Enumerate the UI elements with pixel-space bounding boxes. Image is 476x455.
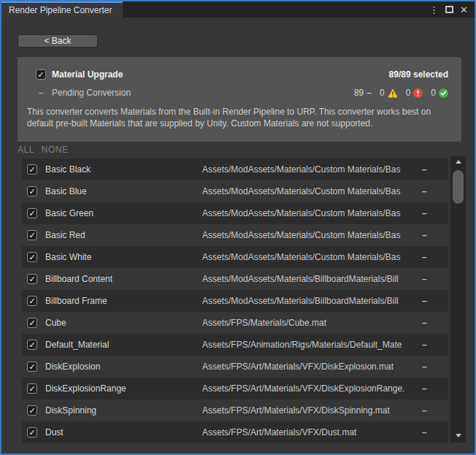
row-checkbox[interactable]: ✓ — [27, 274, 37, 284]
converter-checkbox[interactable]: ✓ — [36, 69, 46, 80]
material-path: Assets/ModAssets/Materials/BillboardMate… — [202, 274, 420, 284]
maximize-icon[interactable] — [445, 6, 453, 13]
row-status-dash-icon: – — [422, 186, 427, 196]
row-checkbox[interactable]: ✓ — [27, 383, 37, 394]
material-row[interactable]: ✓ Default_Material Assets/FPS/Animation/… — [22, 334, 448, 356]
row-checkbox[interactable]: ✓ — [27, 427, 37, 437]
material-row[interactable]: ✓ Dust Assets/FPS/Art/Materials/VFX/Dust… — [22, 421, 448, 443]
row-checkbox[interactable]: ✓ — [27, 208, 37, 218]
material-name: DiskSpinning — [45, 405, 96, 416]
material-path: Assets/ModAssets/Materials/Custom Materi… — [202, 164, 420, 175]
material-path: Assets/ModAssets/Materials/Custom Materi… — [202, 230, 420, 240]
close-icon[interactable]: ✕ — [460, 5, 468, 15]
checkmark-icon: ✓ — [28, 188, 35, 196]
material-row[interactable]: ✓ Basic Red Assets/ModAssets/Materials/C… — [22, 224, 448, 246]
error-count: 0 — [406, 88, 411, 98]
kebab-menu-icon[interactable]: ⋮ — [429, 5, 439, 15]
checkmark-icon: ✓ — [28, 166, 35, 174]
checkmark-icon: ✓ — [37, 71, 44, 79]
row-status-dash-icon: – — [422, 208, 427, 218]
material-row[interactable]: ✓ DiskExplosion Assets/FPS/Art/Materials… — [22, 356, 448, 378]
row-checkbox[interactable]: ✓ — [27, 318, 37, 328]
titlebar: Render Pipeline Converter ⋮ ✕ — [1, 1, 475, 18]
material-row[interactable]: ✓ Basic Green Assets/ModAssets/Materials… — [22, 202, 448, 224]
checkmark-icon: ✓ — [28, 297, 35, 305]
pending-dash-icon: – — [366, 88, 372, 98]
material-path: Assets/FPS/Animation/Rigs/Materials/Defa… — [202, 340, 420, 350]
material-row[interactable]: ✓ DiskExplosionRange Assets/FPS/Art/Mate… — [22, 378, 448, 399]
material-path: Assets/ModAssets/Materials/Custom Materi… — [202, 252, 420, 262]
material-name: Dust — [45, 427, 64, 437]
row-status-dash-icon: – — [422, 427, 427, 437]
success-count-group: 0 — [431, 88, 448, 98]
pending-conversion-label: Pending Conversion — [52, 88, 131, 98]
selected-summary: 89/89 selected — [389, 69, 448, 80]
row-checkbox[interactable]: ✓ — [27, 164, 37, 175]
material-path: Assets/ModAssets/Materials/Custom Materi… — [202, 186, 420, 196]
material-name: Billboard Content — [45, 274, 112, 284]
back-button[interactable]: < Back — [18, 34, 98, 47]
titlebar-icons: ⋮ ✕ — [429, 1, 475, 18]
collapse-dash-icon[interactable]: – — [36, 88, 46, 98]
row-checkbox[interactable]: ✓ — [27, 230, 37, 240]
converter-panel: ✓ Material Upgrade 89/89 selected – Pend… — [18, 57, 461, 142]
checkmark-icon: ✓ — [28, 407, 35, 415]
row-status-dash-icon: – — [422, 362, 427, 372]
success-icon — [439, 88, 448, 98]
material-name: Basic Black — [45, 164, 91, 175]
row-checkbox[interactable]: ✓ — [27, 252, 37, 262]
material-path: Assets/FPS/Art/Materials/VFX/DiskExplosi… — [202, 383, 420, 394]
material-row[interactable]: ✓ Billboard Content Assets/ModAssets/Mat… — [22, 268, 448, 290]
material-path: Assets/FPS/Materials/Cube.mat — [202, 318, 420, 328]
materials-list: ✓ Basic Black Assets/ModAssets/Materials… — [22, 158, 448, 443]
row-checkbox[interactable]: ✓ — [27, 296, 37, 306]
row-checkbox[interactable]: ✓ — [27, 405, 37, 416]
scroll-down-arrow-icon[interactable] — [456, 434, 461, 437]
pending-count-group: 89 – — [354, 88, 372, 98]
select-none-button[interactable]: NONE — [42, 145, 69, 155]
row-checkbox[interactable]: ✓ — [27, 340, 37, 350]
material-path: Assets/ModAssets/Materials/Custom Materi… — [202, 208, 420, 218]
material-name: DiskExplosion — [45, 362, 100, 372]
row-status-dash-icon: – — [422, 318, 427, 328]
checkmark-icon: ✓ — [28, 429, 35, 437]
pending-conversion-row: – Pending Conversion 89 – 0 0 — [36, 86, 448, 99]
material-name: Basic Red — [45, 230, 85, 240]
material-row[interactable]: ✓ Basic Black Assets/ModAssets/Materials… — [22, 158, 448, 180]
scroll-up-arrow-icon[interactable] — [456, 160, 461, 164]
status-counts: 89 – 0 0 — [354, 88, 448, 98]
row-status-dash-icon: – — [422, 164, 427, 175]
material-row[interactable]: ✓ Basic White Assets/ModAssets/Materials… — [22, 246, 448, 268]
checkmark-icon: ✓ — [28, 275, 35, 283]
checkmark-icon: ✓ — [28, 363, 35, 371]
window-title: Render Pipeline Converter — [9, 5, 112, 15]
checkmark-icon: ✓ — [28, 341, 35, 349]
material-row[interactable]: ✓ Cube Assets/FPS/Materials/Cube.mat – — [22, 312, 448, 334]
converter-title: Material Upgrade — [52, 69, 123, 80]
row-status-dash-icon: – — [422, 383, 427, 394]
material-row[interactable]: ✓ DiskSpinning Assets/FPS/Art/Materials/… — [22, 399, 448, 421]
checkmark-icon: ✓ — [28, 253, 35, 261]
material-name: Basic Green — [45, 208, 93, 218]
material-row[interactable]: ✓ Billboard Frame Assets/ModAssets/Mater… — [22, 290, 448, 312]
material-name: Cube — [45, 318, 66, 328]
material-row[interactable]: ✓ Basic Blue Assets/ModAssets/Materials/… — [22, 180, 448, 202]
row-status-dash-icon: – — [422, 252, 427, 262]
row-status-dash-icon: – — [422, 230, 427, 240]
material-path: Assets/ModAssets/Materials/BillboardMate… — [202, 296, 420, 306]
material-name: Basic White — [45, 252, 91, 262]
row-status-dash-icon: – — [422, 296, 427, 306]
select-all-button[interactable]: ALL — [18, 145, 34, 155]
tab-render-pipeline-converter[interactable]: Render Pipeline Converter — [1, 1, 123, 18]
pending-count: 89 — [354, 88, 364, 98]
scrollbar-thumb[interactable] — [453, 170, 464, 204]
row-checkbox[interactable]: ✓ — [27, 186, 37, 196]
row-checkbox[interactable]: ✓ — [27, 362, 37, 372]
error-count-group: 0 — [406, 88, 423, 98]
back-button-label: < Back — [44, 36, 71, 46]
row-status-dash-icon: – — [422, 340, 427, 350]
checkmark-icon: ✓ — [28, 319, 35, 327]
success-count: 0 — [431, 88, 436, 98]
material-name: Basic Blue — [45, 186, 87, 196]
material-name: Billboard Frame — [45, 296, 107, 306]
